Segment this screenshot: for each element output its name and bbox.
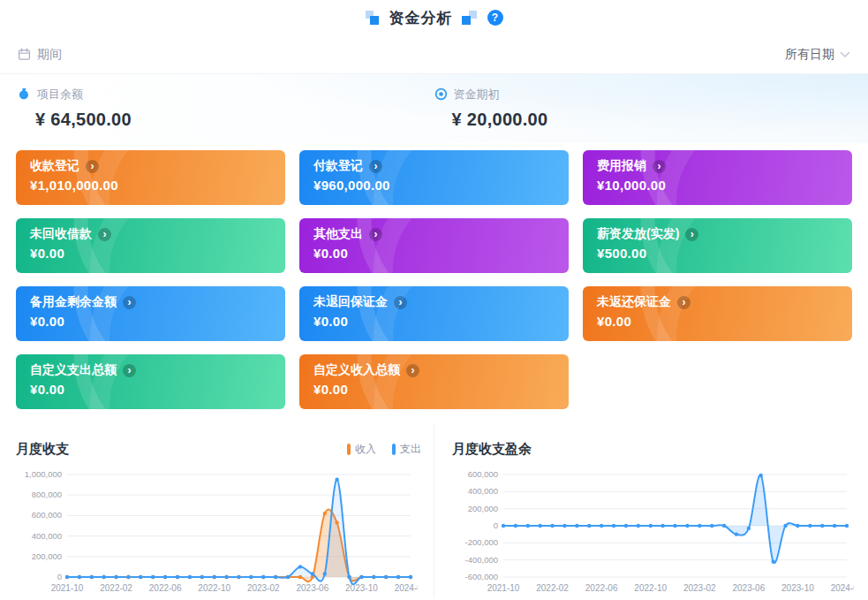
svg-text:400,000: 400,000 [32, 531, 62, 541]
svg-text:2022-06: 2022-06 [149, 583, 182, 593]
title-decor-right-icon [462, 11, 477, 26]
chevron-right-circle-icon: › [677, 296, 691, 309]
metric-card-value: ¥500.00 [597, 246, 838, 261]
metric-card[interactable]: 薪资发放(实发) › ¥500.00 [583, 218, 852, 273]
page-header: 资金分析 ? [0, 0, 868, 35]
metric-card-label: 付款登记 [313, 158, 363, 174]
money-bag-icon [18, 87, 31, 101]
svg-text:-200,000: -200,000 [464, 537, 498, 547]
stat-label: 项目余额 [37, 87, 83, 103]
metric-card-label: 其他支出 [313, 226, 363, 242]
metric-card-label: 薪资发放(实发) [597, 226, 679, 242]
title-wrap: 资金分析 ? [366, 8, 503, 28]
stat-item: 项目余额 ¥ 64,500.00 [18, 87, 434, 130]
svg-text:2022-06: 2022-06 [585, 583, 618, 593]
metric-card-value: ¥0.00 [30, 246, 271, 261]
legend-label: 支出 [400, 442, 421, 457]
metric-card-label: 未退回保证金 [313, 294, 388, 310]
summary-stats: 项目余额 ¥ 64,500.00 资金期初 ¥ 20,000.00 [0, 74, 868, 143]
metric-card[interactable]: 费用报销 › ¥10,000.00 [583, 150, 852, 205]
legend-item[interactable]: 收入 [347, 442, 376, 457]
metric-card-value: ¥0.00 [597, 314, 838, 329]
metric-card-value: ¥10,000.00 [597, 178, 838, 193]
stat-item: 资金期初 ¥ 20,000.00 [434, 87, 851, 130]
page-title: 资金分析 [389, 8, 453, 28]
chart-legend: 收入 支出 [347, 442, 421, 457]
metric-card-value: ¥960,000.00 [313, 178, 555, 193]
svg-text:200,000: 200,000 [32, 551, 62, 561]
chevron-right-circle-icon: › [123, 364, 136, 377]
metric-card[interactable]: 自定义收入总额 › ¥0.00 [299, 354, 569, 409]
svg-text:2023-10: 2023-10 [781, 583, 814, 593]
svg-text:-600,000: -600,000 [464, 572, 498, 581]
period-filter-left: 期间 [18, 47, 62, 63]
chevron-right-circle-icon: › [653, 160, 666, 173]
svg-text:2023-02: 2023-02 [683, 583, 716, 593]
balance-line-chart[interactable]: -600,000-400,000-200,0000200,000400,0006… [452, 464, 854, 598]
chevron-right-circle-icon: › [406, 364, 419, 377]
svg-text:2021-10: 2021-10 [487, 583, 520, 593]
chart-header: 月度收支盈余 [452, 437, 855, 460]
chevron-right-circle-icon: › [685, 228, 698, 241]
metric-card-value: ¥0.00 [313, 382, 555, 397]
legend-label: 收入 [355, 442, 376, 457]
coin-icon [434, 87, 448, 101]
metric-card[interactable]: 其他支出 › ¥0.00 [299, 218, 569, 273]
svg-text:0: 0 [57, 572, 62, 581]
metric-card[interactable]: 未退回保证金 › ¥0.00 [299, 286, 569, 341]
metric-card-value: ¥0.00 [30, 382, 271, 397]
chevron-right-circle-icon: › [369, 228, 382, 241]
metric-cards-grid: 收款登记 › ¥1,010,000.00 付款登记 › ¥960,000.00 … [0, 143, 868, 425]
title-decor-left-icon [366, 11, 381, 26]
svg-text:800,000: 800,000 [32, 490, 62, 499]
svg-text:2023-10: 2023-10 [345, 583, 378, 593]
svg-text:2022-02: 2022-02 [536, 583, 569, 593]
svg-text:2022-02: 2022-02 [100, 583, 132, 593]
svg-text:2021-10: 2021-10 [51, 583, 84, 593]
legend-item[interactable]: 支出 [392, 442, 421, 457]
metric-card-label: 未返还保证金 [597, 294, 671, 310]
metric-card[interactable]: 未回收借款 › ¥0.00 [16, 218, 285, 273]
svg-text:600,000: 600,000 [468, 469, 498, 479]
chart-title: 月度收支盈余 [452, 441, 532, 458]
svg-text:2022-10: 2022-10 [198, 583, 230, 593]
period-label: 期间 [37, 47, 62, 63]
svg-text:0: 0 [494, 520, 498, 530]
metric-card-label: 收款登记 [30, 158, 79, 174]
chevron-right-circle-icon: › [369, 160, 382, 173]
metric-card-value: ¥0.00 [313, 246, 555, 261]
metric-card-label: 备用金剩余金额 [30, 294, 117, 310]
svg-text:2024-02: 2024-02 [831, 583, 854, 593]
chart-header: 月度收支 收入 支出 [16, 437, 421, 460]
period-filter-bar: 期间 所有日期 [0, 35, 868, 74]
legend-marker-icon [347, 444, 351, 455]
svg-text:1,000,000: 1,000,000 [25, 469, 62, 479]
chart-title: 月度收支 [16, 441, 69, 458]
income-expense-line-chart[interactable]: 0200,000400,000600,000800,0001,000,00020… [16, 464, 418, 598]
metric-card[interactable]: 付款登记 › ¥960,000.00 [299, 150, 569, 205]
calendar-icon [18, 48, 31, 61]
date-range-value: 所有日期 [785, 47, 834, 63]
charts-section: 月度收支 收入 支出 0200,000400,000600,000800,000… [0, 425, 868, 600]
metric-card[interactable]: 收款登记 › ¥1,010,000.00 [16, 150, 285, 205]
metric-card-label: 费用报销 [597, 158, 646, 174]
metric-card[interactable]: 自定义支出总额 › ¥0.00 [16, 354, 285, 409]
metric-card[interactable]: 未返还保证金 › ¥0.00 [583, 286, 852, 341]
chevron-right-circle-icon: › [394, 296, 407, 309]
svg-text:2023-06: 2023-06 [733, 583, 766, 593]
help-icon[interactable]: ? [487, 10, 503, 26]
svg-text:-400,000: -400,000 [464, 555, 498, 565]
legend-marker-icon [392, 444, 396, 455]
svg-text:2024-02: 2024-02 [395, 583, 418, 593]
chart-monthly-income-expense: 月度收支 收入 支出 0200,000400,000600,000800,000… [0, 425, 434, 598]
stat-value: ¥ 64,500.00 [18, 110, 434, 130]
chevron-right-circle-icon: › [123, 296, 136, 309]
metric-card[interactable]: 备用金剩余金额 › ¥0.00 [16, 286, 285, 341]
chevron-down-icon [840, 51, 850, 58]
chevron-right-circle-icon: › [98, 228, 111, 241]
metric-card-value: ¥1,010,000.00 [30, 178, 271, 193]
metric-card-label: 自定义收入总额 [313, 362, 400, 378]
date-range-select[interactable]: 所有日期 [785, 47, 850, 63]
svg-text:2023-06: 2023-06 [297, 583, 329, 593]
svg-text:600,000: 600,000 [32, 510, 62, 520]
